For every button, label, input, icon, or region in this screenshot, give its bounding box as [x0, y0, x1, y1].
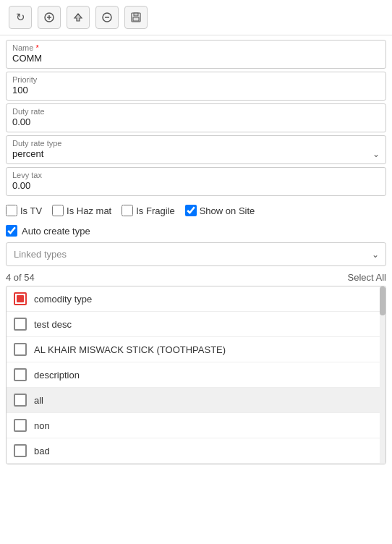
list-item-checkbox[interactable] [14, 444, 27, 457]
priority-label: Priority [12, 75, 380, 84]
is-hazmat-checkbox[interactable] [52, 205, 64, 216]
priority-field-group: Priority 100 [6, 72, 386, 101]
is-fragile-checkbox[interactable] [122, 205, 133, 216]
list-item-checkbox[interactable] [14, 343, 27, 356]
remove-button[interactable] [95, 6, 119, 29]
is-tv-checkbox-item[interactable]: Is TV [6, 205, 42, 216]
list-item[interactable]: AL KHAIR MISWACK STICK (TOOTHPASTE) [7, 337, 385, 362]
svg-rect-7 [134, 13, 138, 16]
duty-rate-type-value: percent ⌄ [12, 148, 380, 159]
save-button[interactable] [124, 6, 148, 29]
form-section: Name * COMM Priority 100 Duty rate 0.00 … [0, 35, 392, 196]
upload-button[interactable] [67, 6, 90, 29]
is-fragile-checkbox-item[interactable]: Is Fragile [122, 205, 174, 216]
name-required: * [35, 43, 38, 52]
list-item-checkbox[interactable] [14, 419, 27, 432]
auto-create-row: Auto create type [0, 222, 392, 242]
list-item-text: non [34, 420, 50, 431]
name-field-group: Name * COMM [6, 40, 386, 69]
levy-tax-label: Levy tax [12, 171, 380, 179]
list-item-text: description [34, 370, 80, 381]
scrollbar-track[interactable] [380, 286, 385, 464]
show-on-site-checkbox[interactable] [185, 205, 197, 216]
name-value[interactable]: COMM [12, 53, 380, 64]
add-button[interactable] [38, 6, 61, 29]
duty-rate-type-field-group[interactable]: Duty rate type percent ⌄ [6, 135, 386, 164]
list-item[interactable]: test desc [7, 312, 385, 337]
count-row: 4 of 54 Select All [0, 269, 392, 286]
is-tv-label: Is TV [20, 205, 42, 216]
is-fragile-label: Is Fragile [136, 205, 174, 216]
linked-types-select[interactable]: Linked types [6, 242, 386, 266]
refresh-button[interactable]: ↻ [9, 6, 32, 29]
svg-marker-3 [74, 14, 82, 21]
auto-create-label: Auto create type [22, 226, 90, 237]
svg-rect-8 [133, 17, 139, 21]
priority-value[interactable]: 100 [12, 85, 380, 95]
list-item-text: AL KHAIR MISWACK STICK (TOOTHPASTE) [34, 344, 226, 355]
linked-types-container: Linked types ⌄ [0, 242, 392, 266]
list-item[interactable]: all [7, 388, 385, 413]
count-text: 4 of 54 [6, 272, 35, 283]
show-on-site-checkbox-item[interactable]: Show on Site [185, 205, 255, 216]
levy-tax-value[interactable]: 0.00 [12, 180, 380, 191]
list-item-text: all [34, 395, 43, 406]
name-label: Name * [12, 43, 380, 52]
is-hazmat-checkbox-item[interactable]: Is Haz mat [52, 205, 111, 216]
levy-tax-field-group: Levy tax 0.00 [6, 167, 386, 196]
list-item[interactable]: non [7, 413, 385, 438]
list-item-checkbox[interactable] [14, 394, 27, 407]
list-item[interactable]: description [7, 362, 385, 388]
duty-rate-label: Duty rate [12, 107, 380, 116]
is-hazmat-label: Is Haz mat [67, 205, 111, 216]
list-wrapper: comodity type test desc AL KHAIR MISWACK… [7, 286, 385, 464]
list-item-checkbox[interactable] [14, 292, 27, 305]
list-item-checkbox[interactable] [14, 368, 27, 381]
is-tv-checkbox[interactable] [6, 205, 17, 216]
list-item-text: test desc [34, 319, 72, 330]
checkboxes-row: Is TV Is Haz mat Is Fragile Show on Site [0, 199, 392, 222]
list-item[interactable]: comodity type [7, 286, 385, 312]
duty-rate-value[interactable]: 0.00 [12, 116, 380, 127]
duty-rate-type-arrow-icon: ⌄ [372, 149, 380, 159]
list-item[interactable]: bad [7, 438, 385, 464]
select-all-button[interactable]: Select All [348, 272, 386, 283]
scrollbar-thumb[interactable] [380, 286, 385, 315]
toolbar: ↻ [0, 0, 392, 35]
list-container: comodity type test desc AL KHAIR MISWACK… [6, 286, 386, 464]
list-item-checkbox[interactable] [14, 318, 27, 331]
duty-rate-type-label: Duty rate type [12, 139, 380, 148]
list-item-text: bad [34, 446, 50, 456]
list-item-text: comodity type [34, 294, 92, 305]
show-on-site-label: Show on Site [200, 205, 255, 216]
auto-create-checkbox[interactable] [6, 225, 17, 237]
duty-rate-field-group: Duty rate 0.00 [6, 103, 386, 132]
linked-types-wrapper: Linked types ⌄ [6, 242, 386, 266]
